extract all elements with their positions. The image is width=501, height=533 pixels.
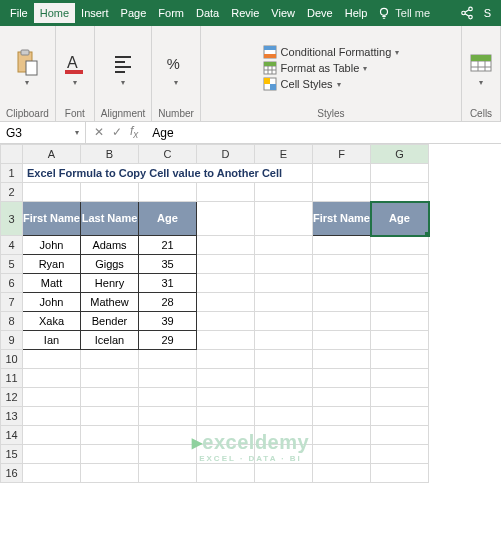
cell[interactable] — [255, 350, 313, 369]
cell[interactable] — [23, 388, 81, 407]
cell[interactable] — [255, 255, 313, 274]
tab-home[interactable]: Home — [34, 3, 75, 23]
cell[interactable] — [313, 312, 371, 331]
cell[interactable] — [197, 312, 255, 331]
cell[interactable] — [81, 445, 139, 464]
cell[interactable] — [197, 388, 255, 407]
cell[interactable] — [81, 183, 139, 202]
cell[interactable] — [139, 350, 197, 369]
cell[interactable] — [81, 350, 139, 369]
cell[interactable]: Ryan — [23, 255, 81, 274]
tab-formulas[interactable]: Form — [152, 3, 190, 23]
cell[interactable]: Bender — [81, 312, 139, 331]
cell[interactable]: John — [23, 293, 81, 312]
cell[interactable]: 35 — [139, 255, 197, 274]
tab-view[interactable]: View — [265, 3, 301, 23]
cell[interactable] — [23, 369, 81, 388]
cell[interactable] — [197, 236, 255, 255]
cell[interactable] — [371, 445, 429, 464]
cell[interactable] — [371, 183, 429, 202]
cell[interactable]: 31 — [139, 274, 197, 293]
formula-bar[interactable]: Age — [146, 126, 501, 140]
enter-formula-icon[interactable]: ✓ — [112, 125, 122, 139]
col-header[interactable]: B — [81, 145, 139, 164]
cancel-formula-icon[interactable]: ✕ — [94, 125, 104, 139]
cell[interactable] — [139, 426, 197, 445]
cell[interactable] — [139, 369, 197, 388]
row-header[interactable]: 9 — [1, 331, 23, 350]
cell[interactable] — [197, 350, 255, 369]
cells-dropdown-icon[interactable]: ▾ — [479, 78, 483, 87]
cell[interactable] — [313, 274, 371, 293]
tab-developer[interactable]: Deve — [301, 3, 339, 23]
select-all-corner[interactable] — [1, 145, 23, 164]
cell[interactable] — [371, 293, 429, 312]
cell[interactable] — [23, 350, 81, 369]
share-label[interactable]: S — [478, 3, 497, 23]
row-header[interactable]: 5 — [1, 255, 23, 274]
cell[interactable]: 21 — [139, 236, 197, 255]
cell[interactable] — [197, 331, 255, 350]
cell[interactable]: Henry — [81, 274, 139, 293]
alignment-icon[interactable] — [110, 50, 136, 76]
cell[interactable] — [371, 274, 429, 293]
row-header[interactable]: 14 — [1, 426, 23, 445]
cell[interactable] — [255, 407, 313, 426]
font-color-icon[interactable]: A — [62, 50, 88, 76]
side-header-first-name[interactable]: First Name — [313, 202, 371, 236]
row-header[interactable]: 2 — [1, 183, 23, 202]
tell-me-search[interactable]: Tell me — [395, 7, 430, 19]
col-header[interactable]: F — [313, 145, 371, 164]
cell[interactable] — [371, 350, 429, 369]
sheet-title[interactable]: Excel Formula to Copy Cell value to Anot… — [23, 164, 313, 183]
cell[interactable] — [371, 255, 429, 274]
cell[interactable] — [371, 464, 429, 483]
cell[interactable] — [255, 388, 313, 407]
cell[interactable]: Mathew — [81, 293, 139, 312]
cell[interactable]: Icelan — [81, 331, 139, 350]
row-header[interactable]: 1 — [1, 164, 23, 183]
cell[interactable] — [313, 369, 371, 388]
cell[interactable]: Adams — [81, 236, 139, 255]
col-header[interactable]: D — [197, 145, 255, 164]
cell[interactable] — [139, 183, 197, 202]
cell[interactable] — [255, 274, 313, 293]
cell[interactable]: 29 — [139, 331, 197, 350]
cell[interactable] — [197, 274, 255, 293]
cell[interactable] — [139, 388, 197, 407]
conditional-formatting-button[interactable]: Conditional Formatting ▾ — [261, 44, 402, 60]
col-header[interactable]: E — [255, 145, 313, 164]
cell[interactable] — [313, 164, 371, 183]
cell[interactable] — [139, 464, 197, 483]
share-icon[interactable] — [460, 6, 474, 20]
row-header[interactable]: 4 — [1, 236, 23, 255]
header-age[interactable]: Age — [139, 202, 197, 236]
lightbulb-icon[interactable] — [377, 6, 391, 20]
format-as-table-button[interactable]: Format as Table ▾ — [261, 60, 370, 76]
percent-icon[interactable]: % — [163, 50, 189, 76]
cell[interactable] — [313, 255, 371, 274]
cell[interactable] — [197, 293, 255, 312]
cell-styles-button[interactable]: Cell Styles ▾ — [261, 76, 343, 92]
header-last-name[interactable]: Last Name — [81, 202, 139, 236]
cell[interactable] — [197, 407, 255, 426]
cell[interactable] — [255, 293, 313, 312]
cell[interactable] — [255, 236, 313, 255]
cell[interactable]: Giggs — [81, 255, 139, 274]
row-header[interactable]: 12 — [1, 388, 23, 407]
cell[interactable] — [255, 202, 313, 236]
cell[interactable] — [313, 350, 371, 369]
col-header[interactable]: A — [23, 145, 81, 164]
header-first-name[interactable]: First Name — [23, 202, 81, 236]
cell[interactable] — [371, 388, 429, 407]
cell[interactable] — [197, 183, 255, 202]
row-header[interactable]: 7 — [1, 293, 23, 312]
col-header[interactable]: C — [139, 145, 197, 164]
cell[interactable] — [255, 331, 313, 350]
font-dropdown-icon[interactable]: ▾ — [73, 78, 77, 87]
cell[interactable]: 28 — [139, 293, 197, 312]
cell[interactable] — [371, 331, 429, 350]
name-box[interactable]: G3 ▾ — [0, 122, 86, 143]
tab-file[interactable]: File — [4, 3, 34, 23]
cell[interactable]: Ian — [23, 331, 81, 350]
